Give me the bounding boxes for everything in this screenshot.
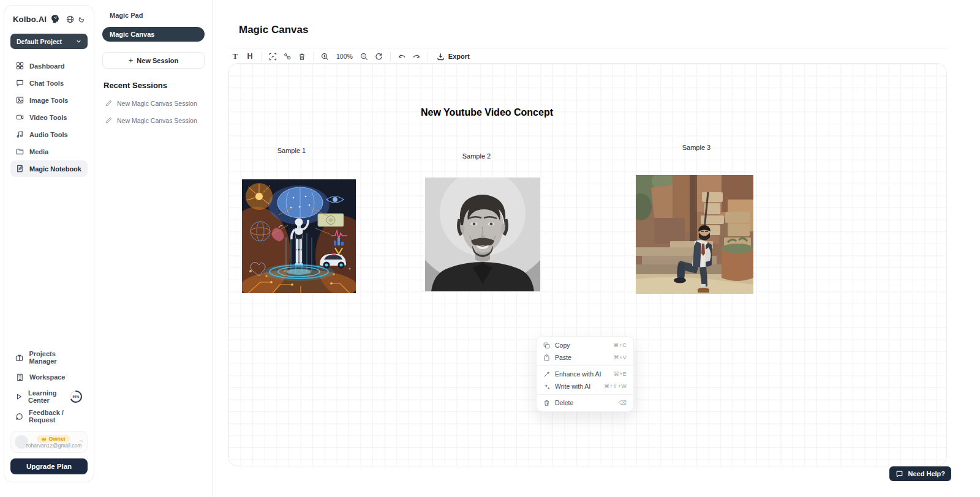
canvas-text-heading[interactable]: New Youtube Video Concept	[395, 107, 579, 118]
download-icon	[437, 53, 445, 61]
secondary-nav: Projects Manager Workspace Learning Cent…	[10, 349, 88, 425]
user-card[interactable]: Owner zoharvan12@gmail.com	[10, 431, 88, 453]
crown-icon	[41, 436, 47, 441]
trash-icon	[543, 400, 550, 406]
pen-icon	[105, 100, 112, 107]
plus-icon: +	[129, 56, 134, 65]
zoom-in-button[interactable]	[317, 50, 332, 62]
sample-1-label[interactable]: Sample 1	[267, 147, 316, 154]
sidebar-item-label: Learning Center	[28, 389, 62, 404]
redo-button[interactable]	[409, 50, 424, 62]
sidebar-item-workspace[interactable]: Workspace	[10, 368, 88, 386]
context-menu-label: Write with AI	[555, 383, 590, 390]
help-chat-icon	[895, 470, 903, 477]
sidebar-item-media[interactable]: Media	[10, 143, 88, 160]
sessions-panel: Magic Pad Magic Canvas + New Session Rec…	[95, 0, 213, 497]
owner-badge: Owner	[37, 435, 70, 443]
canvas-grid[interactable]: New Youtube Video Concept Sample 1 Sampl…	[228, 63, 947, 466]
page-title: Magic Canvas	[239, 24, 308, 36]
context-menu-shortcut: ⌘+E	[614, 371, 627, 377]
sidebar-item-chat-tools[interactable]: Chat Tools	[10, 75, 88, 91]
building-icon	[15, 373, 24, 381]
new-session-button[interactable]: + New Session	[102, 52, 205, 69]
sparkles-icon	[543, 383, 550, 390]
project-selector-label: Default Project	[17, 38, 62, 45]
image-icon	[15, 96, 24, 104]
recent-session-item[interactable]: New Magic Canvas Session	[102, 117, 205, 124]
context-menu-shortcut: ⌘+V	[614, 354, 627, 361]
sample-2-label[interactable]: Sample 2	[452, 152, 501, 160]
context-menu-label: Enhance with AI	[555, 370, 601, 378]
context-menu-item-delete[interactable]: Delete ⌫	[537, 397, 633, 409]
sidebar-item-learning-center[interactable]: Learning Center 66%	[10, 388, 88, 405]
music-note-icon	[15, 130, 24, 138]
zoom-out-button[interactable]	[357, 50, 372, 62]
sidebar-item-label: Chat Tools	[29, 80, 64, 87]
panel-item-magic-canvas[interactable]: Magic Canvas	[102, 27, 205, 42]
sidebar-item-label: Magic Notebook	[29, 165, 81, 173]
briefcase-icon	[15, 354, 23, 362]
connector-icon	[284, 53, 291, 60]
sidebar-item-feedback-request[interactable]: Feedback / Request	[10, 408, 88, 425]
heading-tool-button[interactable]: H	[243, 50, 257, 62]
pen-icon	[105, 117, 112, 124]
export-label: Export	[448, 53, 470, 60]
upgrade-plan-button[interactable]: Upgrade Plan	[10, 458, 88, 474]
context-menu-shortcut: ⌘+C	[613, 342, 627, 348]
dark-mode-moon-icon[interactable]	[78, 15, 85, 23]
copy-icon	[543, 342, 550, 349]
sample-3-image[interactable]	[636, 175, 753, 294]
video-camera-icon	[15, 113, 24, 121]
sidebar-item-label: Media	[29, 148, 48, 155]
chat-bubble-icon	[15, 79, 24, 87]
sidebar-item-label: Video Tools	[29, 114, 67, 121]
sample-1-image[interactable]	[242, 179, 356, 293]
sidebar-item-label: Image Tools	[29, 97, 68, 104]
delete-tool-button[interactable]	[295, 50, 309, 62]
context-menu-item-copy[interactable]: Copy ⌘+C	[537, 339, 633, 351]
chevron-expand-icon	[79, 439, 83, 445]
connector-tool-button[interactable]	[280, 50, 295, 62]
recent-session-item[interactable]: New Magic Canvas Session	[102, 100, 205, 107]
toolbar-divider	[313, 52, 314, 61]
select-tool-button[interactable]	[265, 50, 280, 62]
sidebar-item-label: Projects Manager	[29, 350, 83, 365]
export-button[interactable]: Export	[437, 53, 470, 61]
need-help-label: Need Help?	[908, 470, 945, 477]
sidebar-item-dashboard[interactable]: Dashboard	[10, 58, 88, 74]
owner-badge-label: Owner	[48, 436, 66, 442]
context-menu-label: Delete	[555, 399, 573, 406]
context-menu-label: Copy	[555, 342, 570, 349]
sidebar-item-label: Workspace	[29, 373, 66, 381]
reset-view-button[interactable]	[372, 50, 386, 62]
sidebar-item-projects-manager[interactable]: Projects Manager	[10, 349, 88, 366]
panel-item-magic-pad[interactable]: Magic Pad	[102, 9, 205, 22]
sample-3-label[interactable]: Sample 3	[672, 144, 721, 151]
rotate-reset-icon	[375, 53, 383, 61]
project-selector[interactable]: Default Project	[10, 34, 88, 49]
text-tool-button[interactable]: T	[228, 50, 243, 62]
new-session-label: New Session	[137, 57, 178, 64]
learning-progress-ring: 66%	[69, 390, 83, 403]
chevron-down-icon	[76, 39, 81, 44]
sidebar-item-audio-tools[interactable]: Audio Tools	[10, 126, 88, 143]
primary-nav: Dashboard Chat Tools Image Tools Video T…	[10, 58, 88, 177]
need-help-button[interactable]: Need Help?	[889, 466, 951, 481]
redo-icon	[412, 53, 421, 60]
sidebar-item-video-tools[interactable]: Video Tools	[10, 109, 88, 125]
sidebar-item-label: Audio Tools	[29, 131, 68, 138]
context-menu-item-paste[interactable]: Paste ⌘+V	[537, 351, 633, 364]
sample-2-image[interactable]	[425, 177, 540, 291]
context-menu-item-write-with-ai[interactable]: Write with AI ⌘+⇧+W	[537, 380, 633, 392]
sidebar-item-magic-notebook[interactable]: Magic Notebook	[10, 160, 88, 177]
zoom-out-icon	[360, 53, 368, 61]
context-menu-shortcut: ⌘+⇧+W	[604, 383, 627, 389]
toolbar-divider	[428, 52, 428, 61]
context-menu-item-enhance-with-ai[interactable]: Enhance with AI ⌘+E	[537, 368, 633, 380]
context-menu-divider	[537, 365, 633, 366]
context-menu-divider	[537, 394, 633, 395]
language-globe-icon[interactable]	[66, 15, 74, 23]
selection-frame-icon	[269, 53, 277, 61]
sidebar-item-image-tools[interactable]: Image Tools	[10, 92, 88, 108]
undo-button[interactable]	[394, 50, 409, 62]
